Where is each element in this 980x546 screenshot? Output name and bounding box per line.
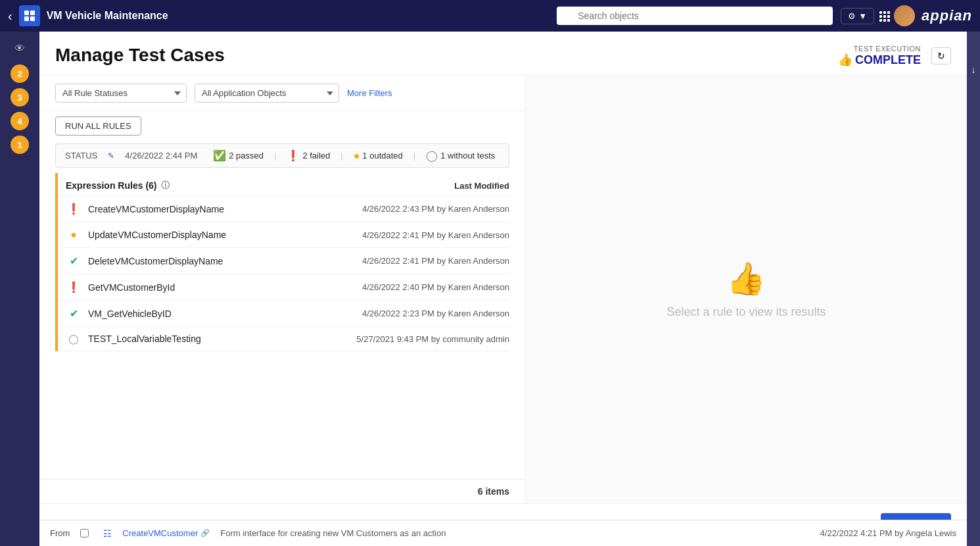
- failed-text: 2 failed: [302, 151, 330, 161]
- test-execution-badge: TEST EXECUTION 👍 COMPLETE: [838, 45, 921, 67]
- modal-header: Manage Test Cases TEST EXECUTION 👍 COMPL…: [39, 32, 967, 76]
- passed-text: 2 passed: [229, 151, 264, 161]
- test-execution-label: TEST EXECUTION: [854, 45, 921, 53]
- rule-modified-date: 4/26/2022 2:23 PM by Karen Anderson: [362, 309, 509, 318]
- hint-icon: 👍: [726, 261, 766, 297]
- passed-status-icon: ✔: [70, 307, 78, 320]
- edit-icon[interactable]: ✎: [108, 151, 114, 161]
- modal-right-panel: 👍 Select a rule to view its results: [526, 76, 967, 503]
- rule-modified-date: 4/26/2022 2:40 PM by Karen Anderson: [362, 282, 509, 292]
- right-arrow-icon[interactable]: ↓: [971, 64, 976, 75]
- topbar: ‹ VM Vehicle Maintenance 🔍 ⚙ ▼ appian: [0, 0, 980, 32]
- sidebar-step-4[interactable]: 4: [11, 112, 29, 130]
- select-rule-hint: 👍 Select a rule to view its results: [666, 261, 826, 319]
- search-wrap: 🔍: [557, 7, 833, 25]
- modal-title: Manage Test Cases: [55, 45, 225, 66]
- outdated-icon: ●: [354, 150, 360, 162]
- table-row[interactable]: ● UpdateVMCustomerDisplayName 4/26/2022 …: [58, 222, 509, 248]
- test-execution-status: COMPLETE: [855, 53, 921, 67]
- without-tests-icon: ◯: [426, 149, 438, 162]
- table-row[interactable]: ✔ VM_GetVehicleByID 4/26/2022 2:23 PM by…: [58, 301, 509, 327]
- modal-body: All Rule Statuses All Application Object…: [39, 76, 967, 503]
- bottom-date: 4/22/2022 4:21 PM by Angela Lewis: [820, 528, 956, 538]
- bottom-checkbox[interactable]: [80, 529, 89, 537]
- more-filters-link[interactable]: More Filters: [347, 88, 392, 98]
- status-label: STATUS: [65, 151, 97, 161]
- left-sidebar: 👁 2 3 4 1: [0, 32, 39, 546]
- without-tests-text: 1 without tests: [440, 151, 495, 161]
- help-icon[interactable]: ⓘ: [161, 180, 170, 191]
- outdated-badge: ● 1 outdated: [354, 150, 403, 162]
- rule-status-filter[interactable]: All Rule Statuses: [55, 84, 187, 103]
- failed-status-icon: ❗: [67, 203, 80, 215]
- bottom-link[interactable]: CreateVMCustomer 🔗: [122, 528, 210, 538]
- svg-rect-2: [24, 16, 29, 21]
- gear-dropdown-icon: ▼: [858, 11, 867, 21]
- items-count: 6 items: [478, 486, 509, 497]
- avatar[interactable]: [894, 5, 915, 26]
- app-icon: [19, 5, 40, 26]
- rules-header: Expression Rules (6) ⓘ Last Modified: [58, 173, 509, 196]
- rule-modified-date: 4/26/2022 2:43 PM by Karen Anderson: [362, 204, 509, 214]
- passed-status-icon: ✔: [70, 255, 78, 267]
- thumbs-up-icon: 👍: [838, 53, 852, 67]
- rules-title: Expression Rules (6) ⓘ: [66, 180, 170, 191]
- failed-icon: ❗: [287, 149, 300, 162]
- svg-rect-1: [30, 11, 35, 15]
- filter-bar: All Rule Statuses All Application Object…: [39, 76, 525, 111]
- modal-overlay: Manage Test Cases TEST EXECUTION 👍 COMPL…: [39, 32, 967, 546]
- sidebar-step-3[interactable]: 3: [11, 88, 29, 107]
- settings-button[interactable]: ⚙ ▼: [841, 8, 874, 24]
- run-all-rules-button[interactable]: RUN ALL RULES: [55, 116, 141, 136]
- action-bar: RUN ALL RULES: [39, 111, 525, 143]
- back-button[interactable]: ‹: [8, 9, 12, 24]
- modal: Manage Test Cases TEST EXECUTION 👍 COMPL…: [39, 32, 967, 546]
- rules-list: ❗ CreateVMCustomerDisplayName 4/26/2022 …: [58, 196, 509, 351]
- rule-name: DeleteVMCustomerDisplayName: [88, 256, 362, 266]
- right-sidebar: ↓: [967, 32, 980, 546]
- rules-footer: 6 items: [39, 479, 525, 503]
- modal-left-panel: All Rule Statuses All Application Object…: [39, 76, 526, 503]
- grid-button[interactable]: [879, 11, 889, 20]
- rule-name: GetVMCustomerById: [88, 282, 362, 293]
- passed-badge: ✅ 2 passed: [213, 149, 264, 162]
- rule-name: TEST_LocalVariableTesting: [88, 334, 356, 344]
- last-modified-header: Last Modified: [454, 181, 509, 191]
- rule-name: VM_GetVehicleByID: [88, 309, 362, 319]
- table-row[interactable]: ◯ TEST_LocalVariableTesting 5/27/2021 9:…: [58, 327, 509, 351]
- bottom-description: Form interface for creating new VM Custo…: [220, 528, 809, 538]
- svg-rect-3: [30, 16, 35, 21]
- table-row[interactable]: ✔ DeleteVMCustomerDisplayName 4/26/2022 …: [58, 248, 509, 274]
- rules-section: Expression Rules (6) ⓘ Last Modified ❗ C…: [39, 173, 525, 479]
- gear-icon: ⚙: [848, 11, 856, 21]
- status-bar: STATUS ✎ 4/26/2022 2:44 PM ✅ 2 passed | …: [55, 143, 509, 168]
- outdated-text: 1 outdated: [362, 151, 402, 161]
- from-label: From: [50, 528, 70, 538]
- search-input[interactable]: [557, 7, 833, 25]
- without-tests-badge: ◯ 1 without tests: [426, 149, 495, 162]
- sidebar-nav-icon[interactable]: 👁: [8, 37, 32, 61]
- hint-text: Select a rule to view its results: [666, 305, 826, 319]
- application-objects-filter[interactable]: All Application Objects: [195, 84, 339, 103]
- no-tests-status-icon: ◯: [68, 334, 79, 344]
- status-date: 4/26/2022 2:44 PM: [125, 151, 197, 161]
- sidebar-step-2[interactable]: 2: [11, 64, 29, 83]
- rule-name: UpdateVMCustomerDisplayName: [88, 230, 362, 240]
- failed-status-icon: ❗: [67, 281, 80, 293]
- rules-list-container: Expression Rules (6) ⓘ Last Modified ❗ C…: [55, 173, 509, 351]
- table-row[interactable]: ❗ GetVMCustomerById 4/26/2022 2:40 PM by…: [58, 274, 509, 301]
- outdated-status-icon: ●: [70, 229, 77, 241]
- link-icon: 🔗: [200, 529, 210, 537]
- passed-icon: ✅: [213, 149, 226, 162]
- app-title: VM Vehicle Maintenance: [47, 10, 557, 22]
- appian-logo: appian: [922, 7, 972, 24]
- form-icon: ☷: [103, 528, 112, 539]
- bottom-bar: From ☷ CreateVMCustomer 🔗 Form interface…: [39, 520, 967, 546]
- table-row[interactable]: ❗ CreateVMCustomerDisplayName 4/26/2022 …: [58, 196, 509, 222]
- refresh-button[interactable]: ↻: [931, 47, 951, 64]
- rule-modified-date: 4/26/2022 2:41 PM by Karen Anderson: [362, 230, 509, 240]
- rule-modified-date: 4/26/2022 2:41 PM by Karen Anderson: [362, 256, 509, 266]
- failed-badge: ❗ 2 failed: [287, 149, 330, 162]
- rule-modified-date: 5/27/2021 9:43 PM by community admin: [356, 334, 509, 344]
- sidebar-step-1[interactable]: 1: [11, 136, 29, 154]
